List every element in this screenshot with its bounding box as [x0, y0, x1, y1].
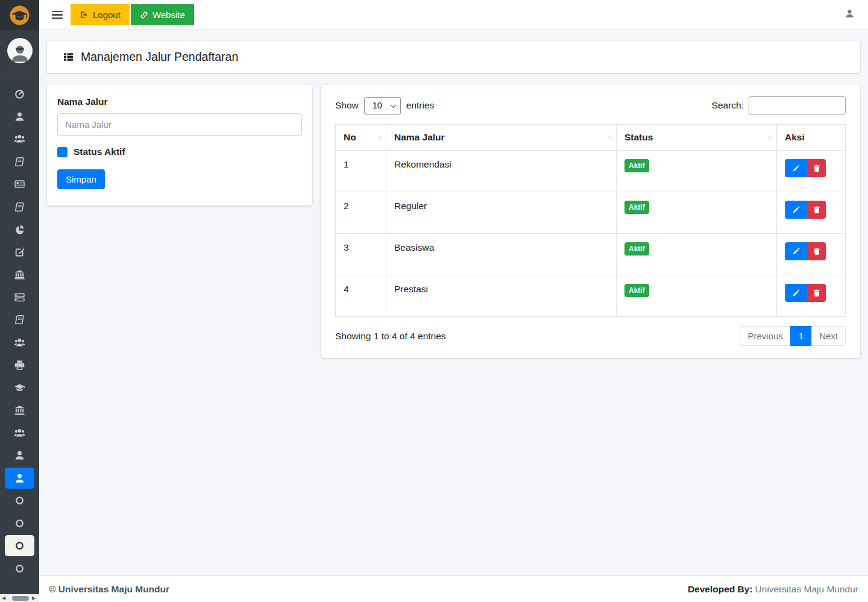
- sidebar-item-users-3[interactable]: [5, 422, 34, 445]
- sign-out-icon: [80, 10, 89, 19]
- circle-icon: [14, 518, 25, 528]
- users-icon: [14, 133, 25, 145]
- sort-icon: [608, 134, 612, 141]
- developed-by-value: Universitas Maju Mundur: [755, 584, 858, 594]
- book-icon: [14, 314, 25, 325]
- delete-button[interactable]: [807, 242, 826, 260]
- simpan-button[interactable]: Simpan: [57, 169, 105, 189]
- cell-actions: [777, 151, 846, 192]
- link-icon: [140, 11, 148, 19]
- nama-jalur-input[interactable]: [57, 113, 302, 136]
- sidebar-item-institution[interactable]: [5, 263, 34, 286]
- cell-actions: [777, 192, 846, 234]
- trash-icon: [813, 247, 821, 256]
- sidebar: [0, 0, 39, 602]
- cell-actions: [777, 234, 846, 275]
- sort-icon: [768, 134, 773, 141]
- avatar[interactable]: [7, 38, 33, 63]
- sidebar-item-user-2[interactable]: [5, 444, 34, 467]
- entries-per-page-select[interactable]: 10: [364, 97, 401, 114]
- sidebar-nav: [0, 72, 39, 594]
- sidebar-item-dashboard[interactable]: [5, 83, 34, 105]
- pencil-edit-icon: [792, 289, 800, 297]
- sidebar-item-user[interactable]: [5, 105, 34, 128]
- sidebar-subitem-4[interactable]: [5, 557, 34, 580]
- edit-button[interactable]: [785, 284, 807, 302]
- sidebar-item-book-3[interactable]: [5, 309, 34, 331]
- book-icon: [14, 201, 25, 213]
- column-header-nama-jalur[interactable]: Nama Jalur: [386, 125, 617, 151]
- edit-button[interactable]: [785, 159, 807, 177]
- entries-label: entries: [406, 100, 435, 111]
- newspaper-icon: [14, 178, 25, 190]
- brand-logo[interactable]: [0, 0, 39, 30]
- edit-button[interactable]: [785, 201, 807, 219]
- sidebar-item-edit[interactable]: [5, 241, 34, 264]
- user-icon: [14, 450, 25, 461]
- graduation-cap-logo-icon: [9, 5, 30, 26]
- sidebar-item-print[interactable]: [5, 354, 34, 377]
- delete-button[interactable]: [807, 284, 826, 302]
- circle-icon: [14, 495, 25, 506]
- cell-status: Aktif: [617, 151, 777, 192]
- jalur-table-card: Show 10 entries Search: No: [321, 85, 860, 358]
- status-aktif-checkbox[interactable]: [57, 147, 68, 157]
- book-icon: [14, 156, 25, 168]
- table-row: 1 Rekomendasi Aktif: [336, 151, 846, 192]
- column-header-no[interactable]: No: [336, 125, 386, 151]
- sidebar-item-users-2[interactable]: [5, 331, 34, 354]
- sidebar-item-graduation[interactable]: [5, 377, 34, 400]
- bank-icon: [14, 269, 25, 280]
- developed-by-label: Developed By:: [688, 584, 753, 594]
- topbar-user-menu[interactable]: [844, 8, 855, 21]
- main-content: Manajemen Jalur Pendaftaran Nama Jalur S…: [39, 30, 868, 575]
- sidebar-subitem-2[interactable]: [5, 512, 34, 535]
- sort-icon: [377, 134, 382, 141]
- chevron-down-icon: [390, 102, 396, 108]
- cell-no: 1: [336, 151, 386, 192]
- list-icon: [63, 51, 74, 63]
- footer: © Universitas Maju Mundur Developed By:U…: [39, 575, 868, 602]
- developed-by-text: Developed By:Universitas Maju Mundur: [688, 584, 858, 595]
- sidebar-subitem-3-active[interactable]: [5, 535, 34, 556]
- sidebar-toggle-button[interactable]: [52, 11, 63, 19]
- user-photo-icon: [10, 43, 30, 63]
- pagination-previous[interactable]: Previous: [740, 326, 790, 346]
- edit-button[interactable]: [785, 242, 807, 260]
- delete-button[interactable]: [807, 159, 826, 177]
- sidebar-item-jalur-pendaftaran-active[interactable]: [5, 468, 34, 489]
- delete-button[interactable]: [807, 201, 826, 219]
- sidebar-item-book[interactable]: [5, 151, 34, 174]
- entries-selected-value: 10: [373, 101, 382, 110]
- sidebar-item-server[interactable]: [5, 286, 34, 309]
- sidebar-item-institution-2[interactable]: [5, 399, 34, 422]
- dashboard-gauge-icon: [14, 88, 25, 99]
- website-button[interactable]: Website: [131, 4, 194, 25]
- users-icon: [14, 337, 25, 348]
- copyright-text: © Universitas Maju Mundur: [49, 584, 169, 595]
- cell-no: 2: [336, 192, 386, 234]
- column-header-status[interactable]: Status: [617, 125, 777, 151]
- scroll-left-arrow-icon[interactable]: [2, 595, 7, 601]
- sidebar-item-book-2[interactable]: [5, 196, 34, 219]
- sidebar-item-users[interactable]: [5, 128, 34, 151]
- scrollbar-thumb[interactable]: [12, 596, 29, 601]
- sidebar-item-chart[interactable]: [5, 218, 34, 241]
- cell-status: Aktif: [617, 275, 777, 317]
- logout-button[interactable]: Logout: [71, 4, 130, 25]
- name-field-label: Nama Jalur: [57, 96, 302, 107]
- edit-icon: [14, 246, 25, 258]
- sidebar-subitem-1[interactable]: [5, 489, 34, 512]
- scroll-right-arrow-icon[interactable]: [32, 595, 37, 601]
- user-icon: [844, 8, 855, 19]
- search-input[interactable]: [749, 96, 846, 114]
- search-label: Search:: [712, 100, 744, 111]
- pagination-next[interactable]: Next: [811, 326, 846, 346]
- table-row: 2 Reguler Aktif: [336, 192, 846, 234]
- circle-icon: [14, 541, 25, 551]
- pagination-page-1[interactable]: 1: [790, 326, 812, 346]
- bank-icon: [14, 404, 25, 416]
- page-title: Manajemen Jalur Pendaftaran: [81, 50, 238, 64]
- sidebar-item-news[interactable]: [5, 173, 34, 196]
- table-row: 3 Beasiswa Aktif: [336, 234, 846, 275]
